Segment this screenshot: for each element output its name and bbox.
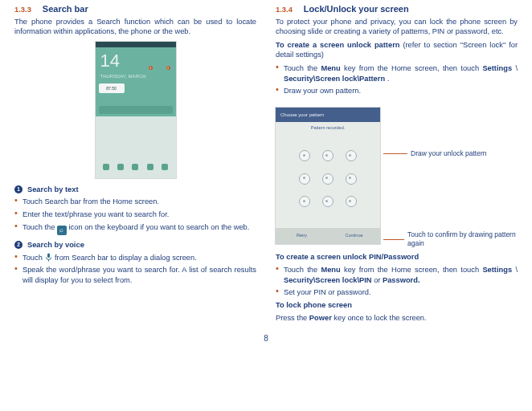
text-fragment: Settings — [482, 266, 512, 274]
pattern-figure-with-callouts: Choose your pattern Pattern recorded. Re… — [276, 101, 518, 250]
text-fragment: Power — [309, 314, 332, 322]
pattern-dot — [322, 150, 334, 161]
list-item: Speak the word/phrase you want to search… — [14, 265, 256, 285]
list-item: Touch the Menu key from the Home screen,… — [276, 265, 518, 285]
text-fragment: \ — [515, 266, 518, 274]
pin-password-heading: To create a screen unlock PIN/Password — [276, 252, 518, 262]
sub-heading-1: 1 Search by text — [14, 185, 256, 195]
dock-icon-row — [99, 164, 173, 175]
text-fragment: Touch the — [284, 64, 321, 72]
search-key-icon: ⌕ — [57, 226, 67, 235]
text-fragment: icon on the keyboard if you want to sear… — [69, 223, 250, 231]
page-number: 8 — [0, 333, 532, 344]
lock-screen-heading: To lock phone screen — [276, 300, 518, 311]
pattern-dot — [299, 196, 310, 207]
section-intro: The phone provides a Search function whi… — [14, 17, 256, 37]
pattern-annotations: Draw your unlock pattern Touch to confir… — [380, 101, 518, 250]
search-by-text-list: Touch Search bar from the Home screen. E… — [14, 197, 256, 235]
status-bar — [96, 42, 176, 47]
callout-text: Draw your unlock pattern — [411, 149, 487, 158]
unlock-pattern-heading: To create a screen unlock pattern (refer… — [276, 40, 518, 60]
sub-heading-title: Search by text — [27, 185, 79, 195]
section-heading: 1.3.3 Search bar — [14, 3, 256, 15]
pattern-dot — [346, 173, 357, 185]
text-fragment: Press the — [276, 314, 309, 322]
lock-screen-text: Press the Power key once to lock the scr… — [276, 313, 518, 324]
dock-icon — [147, 164, 153, 170]
pattern-dot — [299, 150, 310, 161]
list-item: Set your PIN or password. — [276, 287, 518, 298]
callout-badge-1: 1 — [149, 66, 153, 70]
svg-rect-0 — [47, 253, 50, 258]
text-fragment: Security\Screen lock\Pattern — [284, 75, 385, 83]
pattern-dot — [346, 196, 357, 207]
text-fragment: Touch the — [284, 266, 321, 274]
dock-icon — [132, 164, 138, 170]
dock-icon — [162, 164, 168, 170]
list-item: Touch the Menu key from the Home screen,… — [276, 63, 518, 83]
section-heading: 1.3.4 Lock/Unlock your screen — [276, 3, 518, 15]
pattern-screen-shot: Choose your pattern Pattern recorded. Re… — [276, 108, 380, 244]
step-number-badge: 2 — [14, 241, 23, 249]
annotation-draw-pattern: Draw your unlock pattern — [380, 149, 518, 158]
dock-icon — [103, 164, 109, 170]
weather-chip: 87.50 — [99, 83, 125, 93]
home-date: THURSDAY, MARCH — [96, 73, 176, 79]
pattern-dot — [322, 196, 334, 207]
widget-strip — [99, 106, 173, 114]
callout-badge-2: 2 — [166, 66, 170, 70]
home-screenshot-figure: 14 THURSDAY, MARCH 1 2 87.50 — [14, 42, 256, 178]
pattern-screen-title: Choose your pattern — [276, 108, 380, 122]
home-clock: 14 — [96, 47, 176, 73]
pin-steps-list: Touch the Menu key from the Home screen,… — [276, 265, 518, 298]
section-title: Search bar — [43, 3, 88, 15]
text-fragment: key from the Home screen, then touch — [344, 64, 482, 72]
text-fragment: . — [387, 75, 390, 83]
pattern-dot — [299, 173, 310, 185]
section-intro: To protect your phone and privacy, you c… — [276, 17, 518, 37]
text-fragment: or — [374, 276, 383, 284]
callout-text: Touch to confirm by drawing pattern agai… — [407, 230, 518, 249]
left-column: 1.3.3 Search bar The phone provides a Se… — [14, 3, 256, 327]
text-fragment: To create a screen unlock pattern — [276, 41, 403, 49]
section-number: 1.3.4 — [276, 5, 293, 15]
text-fragment: Touch — [23, 254, 44, 262]
manual-page: 1.3.3 Search bar The phone provides a Se… — [0, 0, 532, 327]
pattern-buttons-row: Retry Continue — [276, 228, 380, 244]
search-by-voice-list: Touch from Search bar to display a dialo… — [14, 253, 256, 286]
list-item: Enter the text/phrase you want to search… — [14, 210, 256, 220]
pattern-dot — [322, 173, 334, 185]
annotation-confirm-pattern: Touch to confirm by drawing pattern agai… — [380, 230, 518, 249]
callout-line — [383, 153, 407, 154]
retry-button[interactable]: Retry — [276, 228, 328, 244]
text-fragment: key once to lock the screen. — [334, 314, 426, 322]
text-fragment: Menu — [321, 266, 340, 274]
microphone-svg — [45, 253, 52, 262]
pattern-dot — [346, 150, 357, 161]
right-column: 1.3.4 Lock/Unlock your screen To protect… — [276, 3, 518, 327]
sub-heading-title: Search by voice — [27, 240, 84, 250]
section-title: Lock/Unlock your screen — [304, 3, 409, 15]
continue-button[interactable]: Continue — [328, 228, 380, 244]
list-item: Touch Search bar from the Home screen. — [14, 197, 256, 207]
text-fragment: \ — [515, 64, 518, 72]
pattern-steps-list: Touch the Menu key from the Home screen,… — [276, 63, 518, 96]
pattern-dot-grid — [293, 144, 362, 214]
callout-line — [383, 239, 404, 240]
text-fragment: Menu — [321, 64, 340, 72]
list-item: Touch the ⌕ icon on the keyboard if you … — [14, 222, 256, 235]
text-fragment: Security\Screen lock\PIN — [284, 276, 374, 284]
text-fragment: from Search bar to display a dialog scre… — [55, 254, 197, 262]
section-number: 1.3.3 — [14, 5, 31, 15]
list-item: Touch from Search bar to display a dialo… — [14, 253, 256, 263]
home-screen-shot: 14 THURSDAY, MARCH 1 2 87.50 — [96, 42, 176, 178]
sub-heading-2: 2 Search by voice — [14, 240, 256, 250]
text-fragment: key from the Home screen, then touch — [344, 266, 482, 274]
pattern-recorded-msg: Pattern recorded. — [276, 122, 380, 131]
text-fragment: Settings — [482, 64, 512, 72]
microphone-icon — [44, 253, 52, 261]
text-fragment: Password. — [383, 276, 420, 284]
dock-icon — [117, 164, 124, 170]
step-number-badge: 1 — [14, 185, 23, 193]
text-fragment: Touch the — [23, 223, 57, 231]
